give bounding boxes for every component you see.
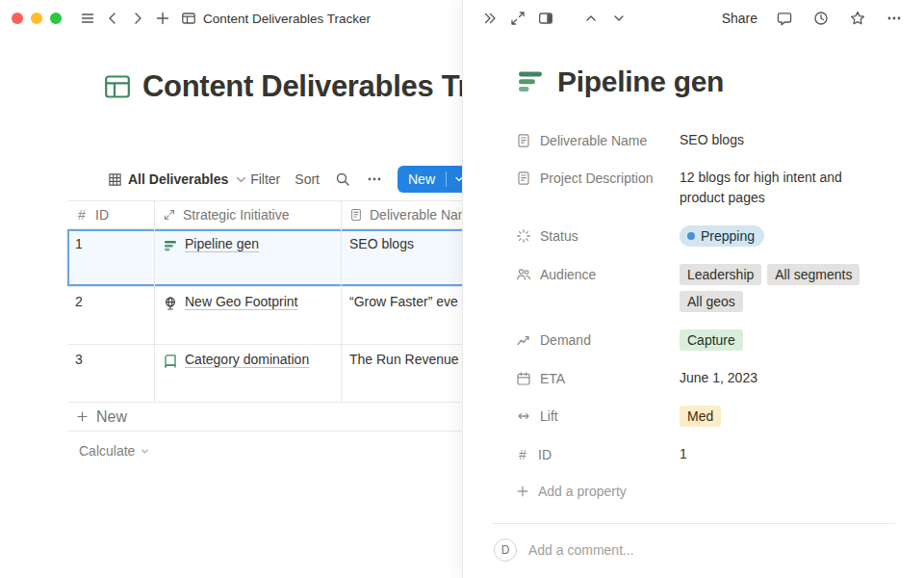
back-icon[interactable] <box>100 6 125 31</box>
view-selector[interactable]: All Deliverables <box>108 171 248 187</box>
user-avatar: D <box>494 539 517 562</box>
search-icon[interactable] <box>334 171 351 188</box>
more-options-icon[interactable] <box>883 7 906 30</box>
property-value[interactable]: 12 blogs for high intent and product pag… <box>680 168 886 208</box>
audience-tag[interactable]: Leadership <box>680 264 761 285</box>
property-row-audience: Audience Leadership All segments All geo… <box>516 255 895 321</box>
new-page-icon[interactable] <box>150 6 175 31</box>
property-value[interactable]: June 1, 2023 <box>680 368 757 388</box>
diagonal-arrows-icon <box>163 208 176 222</box>
new-button-dropdown[interactable] <box>447 173 462 185</box>
property-row-status: Status Prepping <box>516 217 895 255</box>
chevron-down-icon <box>453 173 462 185</box>
next-record-icon[interactable] <box>607 7 630 30</box>
property-row-id: # ID 1 <box>516 435 895 473</box>
green-book-icon <box>163 354 178 369</box>
cell-id[interactable]: 1 <box>67 229 154 286</box>
breadcrumb[interactable]: Content Deliverables Tracker <box>181 11 371 26</box>
audience-tag[interactable]: All geos <box>680 291 743 312</box>
peek-page-title: Pipeline gen <box>516 66 895 98</box>
chevron-down-icon <box>140 446 150 457</box>
page-text-icon <box>349 208 363 222</box>
comment-input[interactable]: Add a comment... <box>528 542 634 558</box>
close-window-button[interactable] <box>12 13 23 24</box>
page-text-icon <box>516 171 531 186</box>
table-view-icon <box>108 172 122 187</box>
history-icon[interactable] <box>809 7 833 30</box>
column-header-strategic-initiative[interactable]: Strategic Initiative <box>154 201 342 228</box>
expand-page-icon[interactable] <box>506 7 529 30</box>
trend-icon <box>516 332 531 348</box>
more-options-icon[interactable] <box>366 171 383 188</box>
plus-icon <box>76 410 89 423</box>
zoom-window-button[interactable] <box>50 13 62 24</box>
plus-icon <box>516 485 529 498</box>
status-pill[interactable]: Prepping <box>680 225 764 247</box>
cell-strategic-initiative[interactable]: Pipeline gen <box>163 236 333 253</box>
property-label[interactable]: Demand <box>516 329 680 350</box>
cell-deliverable-name[interactable]: SEO blogs <box>342 229 462 286</box>
comments-icon[interactable] <box>773 7 796 30</box>
hash-icon: # <box>75 207 89 223</box>
cell-id[interactable]: 2 <box>67 287 154 344</box>
table-row[interactable]: 3 Category domination The Run Revenue S <box>67 345 462 403</box>
property-value[interactable]: 1 <box>680 444 687 464</box>
table-row[interactable]: 2 New Geo Footprint “Grow Faster” eve <box>67 287 462 345</box>
new-record-button[interactable]: New <box>398 166 462 193</box>
peek-header: Share <box>463 0 924 37</box>
forward-icon[interactable] <box>125 6 150 31</box>
add-property-button[interactable]: Add a property <box>516 473 895 510</box>
chevron-down-icon <box>234 172 248 187</box>
sort-button[interactable]: Sort <box>295 171 320 187</box>
property-label[interactable]: Audience <box>516 264 680 284</box>
lift-tag[interactable]: Med <box>680 406 721 427</box>
page-title: Content Deliverables Tracker <box>103 69 462 104</box>
close-peek-icon[interactable] <box>478 7 501 30</box>
view-name: All Deliverables <box>128 171 228 187</box>
page-text-icon <box>516 133 531 148</box>
property-label[interactable]: Status <box>516 225 680 246</box>
calculate-button[interactable]: Calculate <box>67 443 462 459</box>
side-peek-panel: Share Pipeline gen <box>462 0 924 578</box>
column-header-deliverable-name[interactable]: Deliverable Name <box>342 201 462 228</box>
filter-button[interactable]: Filter <box>250 171 280 187</box>
column-header-id[interactable]: # ID <box>67 201 154 228</box>
window-controls <box>12 13 62 24</box>
globe-icon <box>163 296 178 311</box>
property-label[interactable]: ETA <box>516 368 680 388</box>
property-row-demand: Demand Capture <box>516 321 895 359</box>
page-link[interactable]: Pipeline gen <box>185 236 259 251</box>
property-label[interactable]: # ID <box>516 444 680 464</box>
page-link[interactable]: New Geo Footprint <box>185 294 298 309</box>
property-row-deliverable-name: Deliverable Name SEO blogs <box>516 121 895 159</box>
property-value[interactable]: SEO blogs <box>680 130 744 150</box>
share-button[interactable]: Share <box>722 11 757 26</box>
calendar-icon <box>516 371 531 386</box>
cell-deliverable-name[interactable]: “Grow Faster” eve <box>342 287 462 344</box>
property-label[interactable]: Lift <box>516 406 680 426</box>
sidebar-toggle-icon[interactable] <box>75 6 100 31</box>
cell-strategic-initiative[interactable]: Category domination <box>163 352 333 369</box>
app-window: Content Deliverables Tracker Content Del… <box>0 0 924 578</box>
table-row[interactable]: 1 Pipeline gen SEO blogs <box>67 229 462 287</box>
favorite-star-icon[interactable] <box>846 7 869 30</box>
cell-id[interactable]: 3 <box>67 345 154 402</box>
minimize-window-button[interactable] <box>31 13 42 24</box>
green-bars-icon <box>516 67 545 96</box>
demand-tag[interactable]: Capture <box>680 329 743 351</box>
property-label[interactable]: Project Description <box>516 168 680 188</box>
cell-deliverable-name[interactable]: The Run Revenue S <box>342 345 462 402</box>
main-pane: Content Deliverables Tracker Content Del… <box>0 0 462 578</box>
add-row-button[interactable]: New <box>67 403 462 432</box>
side-peek-mode-icon[interactable] <box>534 7 557 30</box>
property-label[interactable]: Deliverable Name <box>516 130 680 150</box>
green-bars-icon <box>163 238 178 253</box>
status-dot-icon <box>687 232 695 240</box>
page-table-icon <box>103 72 132 101</box>
page-title-text: Content Deliverables Tracker <box>142 69 462 104</box>
audience-tag[interactable]: All segments <box>767 264 860 285</box>
page-link[interactable]: Category domination <box>185 352 309 367</box>
previous-record-icon[interactable] <box>579 7 603 30</box>
cell-strategic-initiative[interactable]: New Geo Footprint <box>163 294 333 311</box>
peek-title-text: Pipeline gen <box>557 66 724 98</box>
